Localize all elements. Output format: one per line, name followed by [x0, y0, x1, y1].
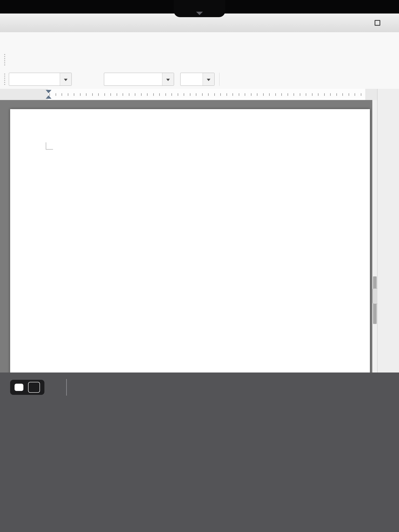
font-size-value[interactable] [181, 73, 203, 85]
left-indent-marker[interactable] [46, 95, 51, 99]
keyboard-mode-icon [15, 384, 23, 391]
virtual-keyboard [0, 373, 399, 532]
keyboard-accessory-bar [0, 373, 399, 402]
paragraph-style-combo[interactable] [9, 73, 72, 86]
font-name-combo[interactable] [104, 73, 174, 86]
accessory-divider [66, 379, 67, 396]
toolbar-grip[interactable] [4, 74, 5, 85]
paragraph-style-dropdown[interactable] [60, 73, 71, 85]
update-style-button[interactable] [74, 72, 88, 87]
ruler-ticks [49, 93, 364, 96]
toolbar-separator [219, 73, 220, 86]
maximize-button[interactable] [375, 20, 380, 26]
chevron-down-icon [166, 79, 170, 81]
paragraph-style-value[interactable] [9, 73, 60, 85]
chevron-down-icon [196, 12, 203, 15]
font-name-dropdown[interactable] [162, 73, 174, 85]
toolbar-grip[interactable] [4, 54, 5, 65]
horizontal-ruler[interactable] [0, 89, 377, 100]
vertical-scrollbar[interactable] [372, 100, 377, 373]
formatting-toolbar [0, 70, 399, 89]
screen [0, 0, 399, 532]
font-size-combo[interactable] [180, 73, 215, 86]
text-mode-button[interactable] [28, 382, 40, 393]
new-style-button[interactable] [88, 72, 101, 87]
keyboard-toggle[interactable] [10, 380, 44, 395]
sidebar [377, 89, 399, 373]
font-name-value[interactable] [104, 73, 162, 85]
chevron-down-icon [207, 79, 210, 81]
sidebar-collapse-button[interactable] [373, 288, 377, 304]
chevron-down-icon [64, 79, 68, 81]
font-size-dropdown[interactable] [203, 73, 214, 85]
document-workarea [0, 100, 377, 373]
text-boundary-corner [46, 142, 53, 150]
standard-toolbar [0, 50, 399, 70]
pulldown-handle[interactable] [174, 0, 225, 17]
document-page[interactable] [10, 109, 370, 373]
first-line-indent-marker[interactable] [46, 90, 51, 93]
menubar [0, 32, 399, 50]
